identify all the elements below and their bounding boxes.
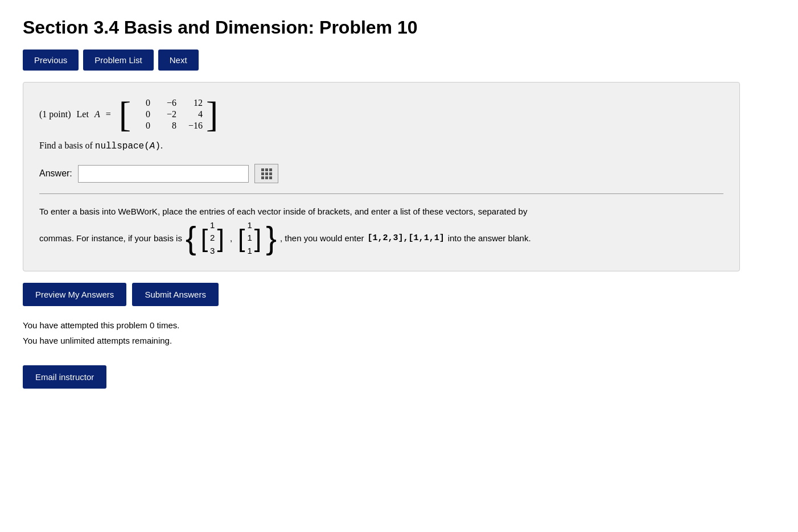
example-vector-2: [ 1 1 1 ] [238, 219, 261, 258]
points-label: (1 point) [39, 109, 71, 119]
attempt-info: You have attempted this problem 0 times.… [23, 317, 775, 348]
matrix-cell-1-2: 4 [187, 109, 203, 119]
matrix-bracket-right: ] [206, 96, 218, 133]
nullspace-text: nullspace(A) [95, 141, 161, 151]
v2-row0: 1 [248, 219, 252, 232]
matrix-cell-0-0: 0 [134, 98, 150, 108]
preview-answers-button[interactable]: Preview My Answers [23, 283, 126, 306]
svg-rect-7 [265, 176, 268, 179]
matrix-cell-0-1: −6 [161, 98, 176, 108]
answer-input[interactable] [78, 165, 249, 183]
v2-row2: 1 [248, 245, 252, 258]
v2-bracket-left: [ [238, 225, 245, 251]
hint-section: To enter a basis into WeBWorK, place the… [39, 204, 723, 257]
v2-row1: 1 [248, 232, 252, 245]
hint-then: , then you would enter [280, 231, 364, 246]
v1-bracket-left: [ [201, 225, 208, 251]
grid-icon [261, 168, 272, 179]
svg-rect-8 [269, 176, 272, 179]
nav-buttons: Previous Problem List Next [23, 50, 775, 71]
attempt-line1: You have attempted this problem 0 times. [23, 317, 775, 333]
comma-separator: , [230, 231, 232, 246]
v1-bracket-right: ] [217, 225, 224, 251]
svg-rect-1 [265, 168, 268, 171]
hint-line1: To enter a basis into WeBWorK, place the… [39, 204, 723, 219]
matrix-cell-1-1: −2 [161, 109, 176, 119]
find-text: Find a basis of nullspace(A). [39, 141, 723, 151]
submit-answers-button[interactable]: Submit Answers [132, 283, 219, 306]
previous-button[interactable]: Previous [23, 50, 79, 71]
example-vector-1: [ 1 2 3 ] [201, 219, 224, 258]
v1-grid: 1 2 3 [208, 219, 217, 258]
v1-row0: 1 [210, 219, 215, 232]
grid-icon-button[interactable] [254, 164, 278, 183]
let-text: Let [77, 109, 89, 119]
close-curly: } [266, 222, 277, 254]
equals: = [106, 109, 111, 119]
answer-label: Answer: [39, 168, 72, 179]
open-curly: { [186, 222, 196, 254]
page-title: Section 3.4 Basis and Dimension: Problem… [23, 17, 775, 38]
email-instructor-button[interactable]: Email instructor [23, 365, 106, 389]
v2-grid: 1 1 1 [245, 219, 254, 258]
action-buttons: Preview My Answers Submit Answers [23, 283, 775, 306]
matrix-grid: 0 −6 12 0 −2 4 0 8 −16 [131, 98, 206, 131]
problem-box: (1 point) Let A = [ 0 −6 12 0 −2 4 0 8 −… [23, 82, 740, 271]
next-button[interactable]: Next [158, 50, 199, 71]
matrix-cell-2-2: −16 [187, 121, 203, 131]
answer-row: Answer: [39, 164, 723, 183]
matrix-cell-2-1: 8 [161, 121, 176, 131]
hint-line2: commas. For instance, if your basis is {… [39, 219, 723, 258]
v1-row2: 3 [210, 245, 215, 258]
matrix-bracket-left: [ [119, 96, 131, 133]
hint-end: into the answer blank. [448, 231, 531, 246]
svg-rect-2 [269, 168, 272, 171]
problem-list-button[interactable]: Problem List [83, 50, 153, 71]
svg-rect-6 [261, 176, 264, 179]
v2-bracket-right: ] [254, 225, 261, 251]
svg-rect-3 [261, 172, 264, 175]
svg-rect-5 [269, 172, 272, 175]
bold-example: [1,2,3],[1,1,1] [368, 231, 445, 246]
variable: A [94, 109, 100, 119]
svg-rect-0 [261, 168, 264, 171]
matrix-cell-0-2: 12 [187, 98, 203, 108]
v1-row1: 2 [210, 232, 215, 245]
problem-statement: (1 point) Let A = [ 0 −6 12 0 −2 4 0 8 −… [39, 96, 723, 133]
matrix-cell-1-0: 0 [134, 109, 150, 119]
matrix-cell-2-0: 0 [134, 121, 150, 131]
section-divider [39, 193, 723, 194]
matrix: [ 0 −6 12 0 −2 4 0 8 −16 ] [119, 96, 219, 133]
svg-rect-4 [265, 172, 268, 175]
attempt-line2: You have unlimited attempts remaining. [23, 333, 775, 348]
hint-line2-prefix: commas. For instance, if your basis is [39, 231, 182, 246]
